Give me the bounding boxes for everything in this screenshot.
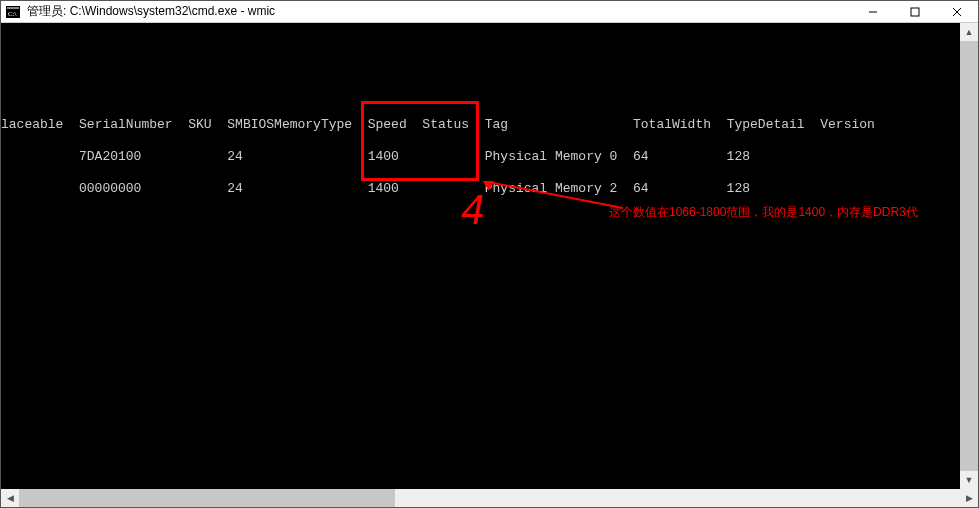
minimize-button[interactable] xyxy=(852,1,894,23)
maximize-button[interactable] xyxy=(894,1,936,23)
scroll-down-arrow-icon[interactable]: ▼ xyxy=(960,471,978,489)
vertical-scrollbar[interactable]: ▲ ▼ xyxy=(960,23,978,489)
cell-tag: Physical Memory 2 xyxy=(485,181,618,196)
close-button[interactable] xyxy=(936,1,978,23)
svg-text:C:\: C:\ xyxy=(8,10,17,18)
col-sku: SKU xyxy=(188,117,211,132)
window-frame: C:\ 管理员: C:\Windows\system32\cmd.exe - w… xyxy=(0,0,979,508)
scroll-up-arrow-icon[interactable]: ▲ xyxy=(960,23,978,41)
window-title: 管理员: C:\Windows\system32\cmd.exe - wmic xyxy=(27,3,852,20)
cell-typedetail: 128 xyxy=(727,181,750,196)
svg-rect-1 xyxy=(7,7,19,9)
window-controls xyxy=(852,1,978,22)
titlebar[interactable]: C:\ 管理员: C:\Windows\system32\cmd.exe - w… xyxy=(1,1,978,23)
cell-typedetail: 128 xyxy=(727,149,750,164)
app-icon: C:\ xyxy=(5,4,21,20)
cell-speed: 1400 xyxy=(368,181,399,196)
scroll-right-arrow-icon[interactable]: ▶ xyxy=(960,489,978,507)
col-tag: Tag xyxy=(485,117,508,132)
cell-speed: 1400 xyxy=(368,149,399,164)
col-laceable: laceable xyxy=(1,117,63,132)
scroll-left-arrow-icon[interactable]: ◀ xyxy=(1,489,19,507)
cell-totalwidth: 64 xyxy=(633,181,649,196)
col-totalwidth: TotalWidth xyxy=(633,117,711,132)
vertical-scroll-thumb[interactable] xyxy=(960,41,978,471)
col-speed: Speed xyxy=(368,117,407,132)
table-row: 7DA20100 24 1400 Physical Memory 0 64 12… xyxy=(1,149,978,165)
col-typedetail: TypeDetail xyxy=(727,117,805,132)
col-version: Version xyxy=(820,117,875,132)
terminal-area[interactable]: laceable SerialNumber SKU SMBIOSMemoryTy… xyxy=(1,23,978,489)
cell-serial: 00000000 xyxy=(79,181,141,196)
cell-smbios: 24 xyxy=(227,149,243,164)
horizontal-scroll-track[interactable] xyxy=(19,489,960,507)
horizontal-scroll-thumb[interactable] xyxy=(19,489,395,507)
cell-smbios: 24 xyxy=(227,181,243,196)
col-serial: SerialNumber xyxy=(79,117,173,132)
cell-totalwidth: 64 xyxy=(633,149,649,164)
svg-rect-4 xyxy=(911,8,919,16)
col-smbios: SMBIOSMemoryType xyxy=(227,117,352,132)
table-row: 00000000 24 1400 Physical Memory 2 64 12… xyxy=(1,181,978,197)
table-header-row: laceable SerialNumber SKU SMBIOSMemoryTy… xyxy=(1,117,978,133)
cell-tag: Physical Memory 0 xyxy=(485,149,618,164)
terminal-content: laceable SerialNumber SKU SMBIOSMemoryTy… xyxy=(1,23,978,489)
col-status: Status xyxy=(422,117,469,132)
horizontal-scrollbar[interactable]: ◀ ▶ xyxy=(1,489,978,507)
cell-serial: 7DA20100 xyxy=(79,149,141,164)
